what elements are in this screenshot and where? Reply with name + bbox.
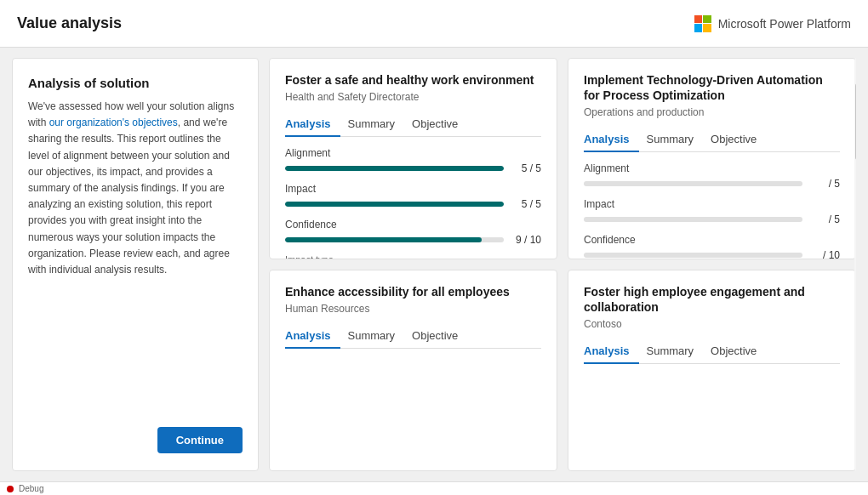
metric-confidence-2: Confidence / 10 — [584, 234, 840, 259]
impact-bar-track-1 — [285, 202, 504, 207]
confidence-value-1: 9 / 10 — [511, 234, 541, 246]
debug-label: Debug — [19, 484, 43, 493]
impact-bar-track-2 — [584, 217, 802, 222]
impact-bar-fill-1 — [285, 202, 504, 207]
alignment-bar-track-2 — [584, 181, 802, 186]
impact-value-2: / 5 — [809, 213, 840, 225]
card-2-subtitle: Operations and production — [584, 106, 840, 118]
card-1-subtitle: Health and Safety Directorate — [285, 91, 541, 103]
tab-analysis-3[interactable]: Analysis — [285, 324, 340, 349]
confidence-bar-track-1 — [285, 237, 504, 242]
continue-button[interactable]: Continue — [157, 427, 243, 453]
tab-objective-4[interactable]: Objective — [711, 339, 767, 364]
impact-value-1: 5 / 5 — [511, 198, 541, 210]
card-3-tabs: Analysis Summary Objective — [285, 323, 541, 349]
card-2: Implement Technology-Driven Automation f… — [568, 58, 856, 259]
card-1-title: Foster a safe and healthy work environme… — [285, 72, 541, 88]
tab-summary-3[interactable]: Summary — [347, 324, 405, 349]
card-3-subtitle: Human Resources — [285, 303, 541, 315]
metric-impact-2: Impact / 5 — [584, 198, 840, 225]
tab-analysis-4[interactable]: Analysis — [584, 339, 639, 364]
debug-dot — [7, 486, 14, 492]
ms-logo-icon — [694, 15, 711, 32]
tab-objective-3[interactable]: Objective — [412, 324, 468, 349]
card-1: Foster a safe and healthy work environme… — [269, 58, 557, 259]
tab-summary-2[interactable]: Summary — [646, 128, 704, 152]
card-3-title: Enhance accessibility for all employees — [285, 284, 541, 299]
card-1-tabs: Analysis Summary Objective — [285, 111, 541, 137]
card-4-title: Foster high employee engagement and coll… — [584, 284, 840, 315]
card-4: Foster high employee engagement and coll… — [568, 270, 856, 471]
main-content: Analysis of solution We've assessed how … — [0, 48, 868, 481]
tab-objective-1[interactable]: Objective — [412, 112, 468, 137]
page-title: Value analysis — [17, 14, 122, 32]
left-panel: Analysis of solution We've assessed how … — [12, 58, 259, 471]
confidence-bar-track-2 — [584, 253, 802, 258]
tab-analysis-1[interactable]: Analysis — [285, 112, 340, 137]
alignment-value-1: 5 / 5 — [511, 162, 541, 174]
brand-text: Microsoft Power Platform — [718, 17, 851, 31]
metric-impact-1: Impact 5 / 5 — [285, 183, 541, 210]
confidence-bar-fill-1 — [285, 237, 482, 242]
confidence-value-2: / 10 — [809, 249, 840, 259]
card-4-subtitle: Contoso — [584, 318, 840, 330]
left-panel-text: We've assessed how well your solution al… — [28, 99, 243, 278]
tab-summary-4[interactable]: Summary — [646, 339, 704, 364]
metric-alignment-2: Alignment / 5 — [584, 162, 840, 190]
debug-bar: Debug — [0, 481, 868, 495]
card-2-title: Implement Technology-Driven Automation f… — [584, 72, 840, 103]
scrollbar-thumb[interactable] — [855, 83, 856, 160]
tab-analysis-2[interactable]: Analysis — [584, 128, 639, 152]
tab-objective-2[interactable]: Objective — [711, 128, 767, 152]
top-bar: Value analysis Microsoft Power Platform — [0, 0, 868, 48]
metric-alignment-1: Alignment 5 / 5 — [285, 147, 541, 174]
metric-confidence-1: Confidence 9 / 10 — [285, 219, 541, 246]
impact-type-label-1: Impact type — [285, 254, 541, 259]
alignment-bar-fill-1 — [285, 166, 504, 171]
brand-area: Microsoft Power Platform — [694, 15, 851, 32]
scrollbar-track[interactable] — [854, 58, 856, 471]
alignment-value-2: / 5 — [809, 178, 840, 190]
tab-summary-1[interactable]: Summary — [347, 112, 405, 137]
card-3: Enhance accessibility for all employees … — [269, 270, 557, 471]
alignment-bar-track-1 — [285, 166, 504, 171]
card-2-tabs: Analysis Summary Objective — [584, 127, 840, 152]
left-panel-title: Analysis of solution — [28, 76, 243, 90]
card-4-tabs: Analysis Summary Objective — [584, 339, 840, 364]
